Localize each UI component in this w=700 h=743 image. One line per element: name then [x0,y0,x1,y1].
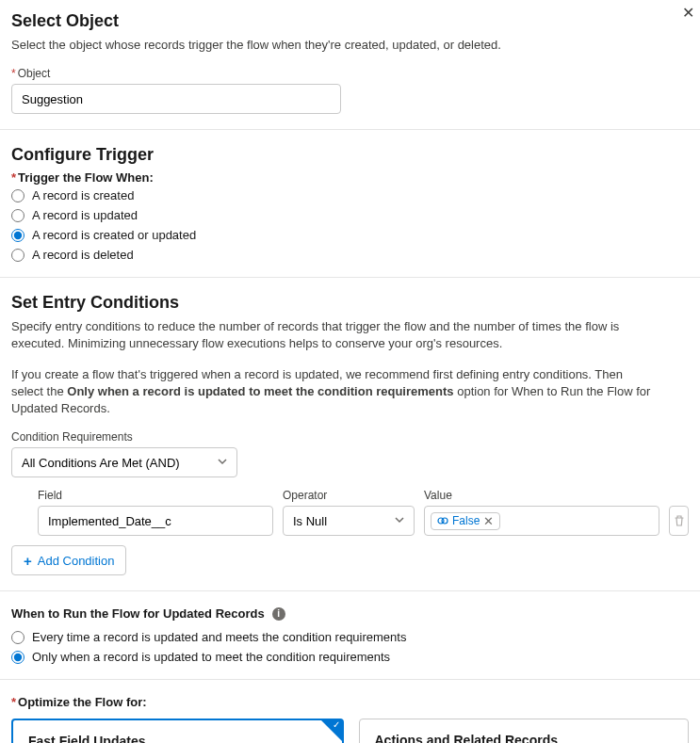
trigger-radio-label: A record is updated [32,208,138,222]
plus-icon: + [24,553,32,569]
condition-value-input[interactable]: False ✕ [424,506,659,536]
operator-label: Operator [283,489,415,502]
close-icon[interactable]: ✕ [682,4,694,22]
svg-point-1 [442,518,448,524]
entry-conditions-desc1: Specify entry conditions to reduce the n… [11,318,652,352]
trigger-radio-label: A record is created [32,188,134,202]
select-object-desc: Select the object whose records trigger … [11,37,520,54]
whenrun-radio-label: Only when a record is updated to meet th… [32,650,390,664]
trigger-option-deleted[interactable]: A record is deleted [11,248,689,262]
field-label: Field [38,489,273,502]
object-label: Object [11,67,689,80]
trigger-radio-label: A record is deleted [32,248,134,262]
whenrun-radio-label: Every time a record is updated and meets… [32,630,406,644]
remove-pill-icon[interactable]: ✕ [483,514,494,528]
optimize-card-0[interactable]: Fast Field UpdatesUpdate fields on the r… [11,719,344,743]
configure-trigger-title: Configure Trigger [11,145,689,165]
entry-conditions-desc2: If you create a flow that's triggered wh… [11,366,652,418]
globaldot-icon [437,515,448,526]
value-label: Value [424,489,659,502]
entry-conditions-title: Set Entry Conditions [11,293,689,313]
condition-requirements-select[interactable]: All Conditions Are Met (AND) [11,447,237,477]
select-object-title: Select Object [11,11,689,31]
value-pill[interactable]: False ✕ [431,512,500,530]
trigger-when-label: Trigger the Flow When: [11,170,689,185]
trigger-radio-group: A record is createdA record is updatedA … [11,188,689,262]
divider [0,129,700,130]
trigger-option-created[interactable]: A record is created [11,188,689,202]
condition-requirements-value[interactable]: All Conditions Are Met (AND) [11,447,237,477]
trigger-radio-deleted[interactable] [11,249,24,262]
object-input[interactable] [11,84,341,114]
condition-operator-value[interactable]: Is Null [283,506,415,536]
card-title: Actions and Related Records [375,733,674,743]
whenrun-radio-1[interactable] [11,651,24,664]
divider [0,277,700,278]
trigger-radio-label: A record is created or updated [32,228,196,242]
condition-requirements-label: Condition Requirements [11,430,689,444]
condition-operator-select[interactable]: Is Null [283,506,415,536]
condition-row: Field Operator Is Null Value False ✕ [38,489,689,536]
condition-field-input[interactable] [38,506,273,536]
whenrun-radio-0[interactable] [11,631,24,644]
whenrun-option-1[interactable]: Only when a record is updated to meet th… [11,650,689,664]
trigger-radio-created_or_updated[interactable] [11,229,24,242]
when-run-radio-group: Every time a record is updated and meets… [11,630,689,664]
when-to-run-header: When to Run the Flow for Updated Records… [11,606,689,621]
delete-condition-button[interactable] [669,506,689,536]
trash-icon [673,514,686,527]
optimize-cards: Fast Field UpdatesUpdate fields on the r… [11,719,689,743]
divider [0,679,700,680]
optimize-label: Optimize the Flow for: [11,695,689,709]
trigger-option-updated[interactable]: A record is updated [11,208,689,222]
optimize-card-1[interactable]: Actions and Related RecordsUpdate any re… [359,719,690,743]
trigger-radio-updated[interactable] [11,209,24,222]
trigger-option-created_or_updated[interactable]: A record is created or updated [11,228,689,242]
add-condition-button[interactable]: + Add Condition [11,545,126,575]
trigger-radio-created[interactable] [11,189,24,202]
divider [0,590,700,591]
card-title: Fast Field Updates [28,734,327,743]
whenrun-option-0[interactable]: Every time a record is updated and meets… [11,630,689,644]
info-icon[interactable]: i [272,607,285,621]
